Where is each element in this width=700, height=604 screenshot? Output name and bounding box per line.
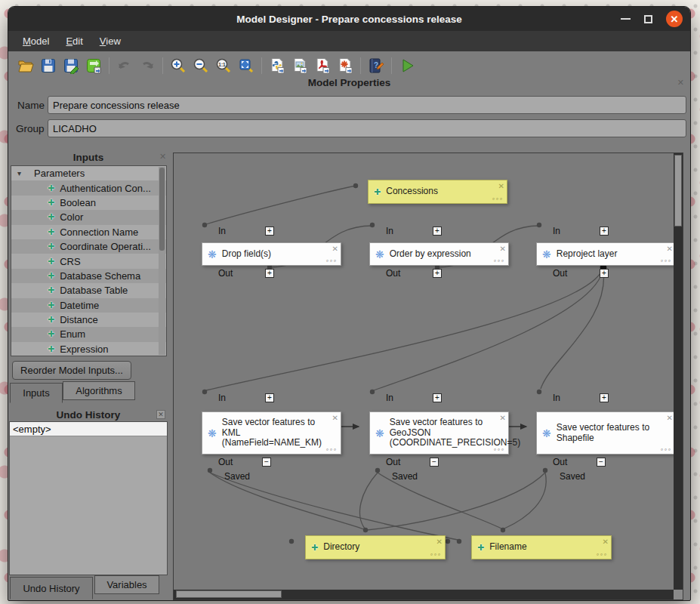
close-icon[interactable]: ✕ xyxy=(666,11,683,27)
undo-history-panel-title: Undo History xyxy=(8,409,168,421)
reorder-model-inputs-button[interactable]: Reorder Model Inputs... xyxy=(12,361,131,380)
menu-model[interactable]: Model xyxy=(16,33,56,49)
parameter-item[interactable]: Boolean xyxy=(11,196,166,210)
node-remove-icon[interactable] xyxy=(500,245,504,253)
undo-history-list: <empty> xyxy=(9,421,168,575)
redo-icon[interactable] xyxy=(136,54,159,77)
model-canvas[interactable]: Concessions Drop field(s) Order by expre… xyxy=(173,153,683,600)
expand-inputs-button[interactable] xyxy=(265,393,274,402)
undo-history-close-icon[interactable]: ✕ xyxy=(156,410,165,419)
node-dots-icon xyxy=(660,446,671,453)
parameter-item[interactable]: Connection Name xyxy=(11,225,166,239)
parameter-item[interactable]: Color xyxy=(11,210,166,224)
model-group-input[interactable] xyxy=(48,119,686,137)
add-parameter-icon xyxy=(48,300,54,310)
parameter-item[interactable]: CRS xyxy=(11,254,166,268)
add-parameter-icon xyxy=(48,271,54,281)
undo-icon[interactable] xyxy=(113,54,136,77)
algorithm-icon xyxy=(542,248,551,260)
node-reproject-layer[interactable]: Reproject layer xyxy=(536,242,676,266)
connection-wire xyxy=(504,473,546,528)
parameter-item[interactable]: Database Table xyxy=(11,283,166,297)
node-remove-icon[interactable] xyxy=(603,538,607,546)
node-save-kml[interactable]: Save vector features to KML (NameField=N… xyxy=(202,411,341,455)
window-title: Model Designer - Prepare concessions rel… xyxy=(8,14,690,25)
expand-outputs-button[interactable] xyxy=(433,269,442,278)
port-saved-label: Saved xyxy=(224,471,250,482)
zoom-in-icon[interactable] xyxy=(167,54,190,77)
parameter-item[interactable]: Database Schema xyxy=(11,269,166,283)
expand-outputs-button[interactable] xyxy=(265,269,274,278)
tab-undo-history[interactable]: Undo History xyxy=(10,577,93,599)
model-name-input[interactable] xyxy=(48,96,686,114)
export-as-python-icon[interactable] xyxy=(266,54,288,77)
collapse-outputs-button[interactable] xyxy=(262,458,271,467)
node-remove-icon[interactable] xyxy=(332,245,337,253)
node-order-by-expression[interactable]: Order by expression xyxy=(369,242,509,266)
run-model-icon[interactable] xyxy=(396,54,418,77)
connection-wire xyxy=(374,267,603,390)
model-properties-close-icon[interactable]: ✕ xyxy=(677,79,684,87)
expand-inputs-button[interactable] xyxy=(600,393,609,402)
tab-variables[interactable]: Variables xyxy=(94,575,159,594)
export-as-svg-icon[interactable] xyxy=(334,54,356,77)
node-filename[interactable]: Filename xyxy=(471,535,612,559)
parameter-item[interactable]: Coordinate Operati... xyxy=(11,239,166,254)
menu-view[interactable]: View xyxy=(93,33,128,49)
inputs-panel-close-icon[interactable]: ✕ xyxy=(159,153,166,161)
save-model-icon[interactable] xyxy=(37,54,60,77)
node-save-geojson[interactable]: Save vector features to GeoJSON (COORDIN… xyxy=(369,411,509,455)
save-model-as-icon[interactable] xyxy=(60,54,82,77)
vertical-scrollbar-thumb[interactable] xyxy=(674,155,682,226)
undo-history-empty-item[interactable]: <empty> xyxy=(10,422,167,436)
node-concessions[interactable]: Concessions xyxy=(368,180,507,204)
maximize-icon[interactable] xyxy=(644,15,652,23)
node-remove-icon[interactable] xyxy=(498,182,503,190)
zoom-actual-size-icon[interactable]: 1:1 xyxy=(212,54,235,77)
titlebar[interactable]: Model Designer - Prepare concessions rel… xyxy=(8,7,690,31)
node-remove-icon[interactable] xyxy=(500,414,504,422)
collapse-outputs-button[interactable] xyxy=(597,458,606,467)
expand-triangle-icon[interactable] xyxy=(17,169,26,177)
open-model-icon[interactable] xyxy=(14,54,37,77)
parameter-item[interactable]: Enum xyxy=(11,327,166,341)
zoom-full-icon[interactable] xyxy=(235,54,257,77)
expand-inputs-button[interactable] xyxy=(433,393,442,402)
minimize-icon[interactable] xyxy=(621,18,631,20)
parameter-item[interactable]: Distance xyxy=(11,313,166,327)
node-remove-icon[interactable] xyxy=(332,414,337,422)
add-parameter-icon xyxy=(48,212,54,222)
node-remove-icon[interactable] xyxy=(436,538,441,546)
node-save-shapefile[interactable]: Save vector features to Shapefile xyxy=(536,411,676,455)
export-as-pdf-icon[interactable] xyxy=(311,54,334,77)
tab-inputs[interactable]: Inputs xyxy=(10,383,63,403)
node-remove-icon[interactable] xyxy=(667,245,671,253)
expand-outputs-button[interactable] xyxy=(600,269,609,278)
export-as-image-icon[interactable] xyxy=(288,54,311,77)
expand-inputs-button[interactable] xyxy=(265,226,274,236)
node-remove-icon[interactable] xyxy=(667,414,671,422)
model-connections xyxy=(174,153,683,600)
collapse-outputs-button[interactable] xyxy=(430,458,439,467)
expand-inputs-button[interactable] xyxy=(600,226,609,236)
node-drop-fields[interactable]: Drop field(s) xyxy=(202,242,341,266)
horizontal-scrollbar-thumb[interactable] xyxy=(176,590,282,598)
add-parameter-icon xyxy=(48,242,54,251)
canvas-horizontal-scrollbar[interactable] xyxy=(174,590,674,599)
menu-edit[interactable]: Edit xyxy=(59,33,89,49)
desktop: Model Designer - Prepare concessions rel… xyxy=(0,0,700,604)
canvas-vertical-scrollbar[interactable] xyxy=(674,153,683,599)
zoom-out-icon[interactable] xyxy=(190,54,212,77)
edit-model-help-icon[interactable]: ? xyxy=(365,54,387,77)
node-directory[interactable]: Directory xyxy=(305,535,446,559)
parameter-item[interactable]: Datetime xyxy=(11,298,166,313)
save-model-in-project-icon[interactable] xyxy=(82,54,105,77)
tree-root-parameters[interactable]: Parameters xyxy=(11,166,166,180)
tree-scrollbar[interactable] xyxy=(159,167,165,355)
tab-algorithms[interactable]: Algorithms xyxy=(63,381,135,400)
port-in-label: In xyxy=(553,226,560,236)
parameter-item[interactable]: Authentication Con... xyxy=(11,180,166,195)
input-plus-icon xyxy=(311,543,318,553)
expand-inputs-button[interactable] xyxy=(433,226,442,236)
parameter-item[interactable]: Expression xyxy=(11,342,166,356)
